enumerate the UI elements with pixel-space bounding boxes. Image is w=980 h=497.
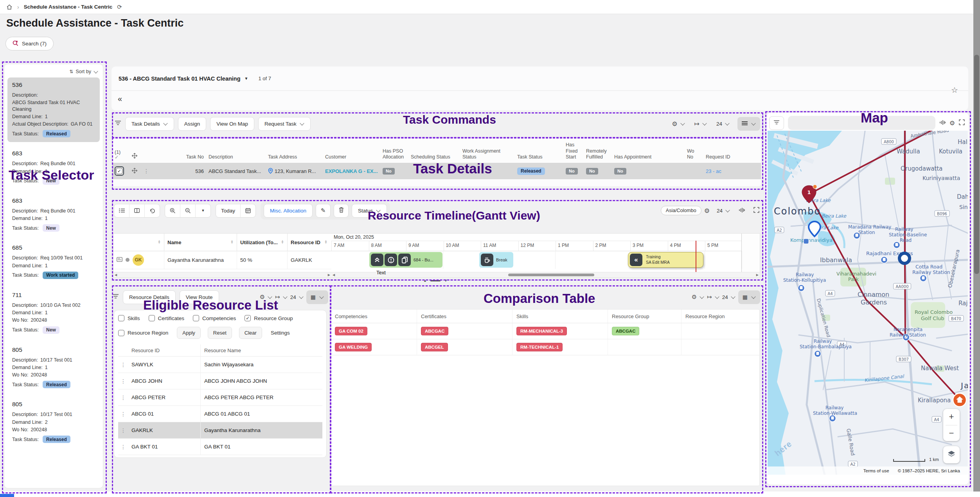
columns-icon[interactable] [129,204,145,217]
resource-details-button[interactable]: Resource Details [123,290,176,304]
comparison-header-resource-region[interactable]: Resource Region [682,310,760,323]
zoom-preset-caret-icon[interactable]: ▼ [196,204,210,217]
gear-caret-icon[interactable] [680,121,685,125]
reset-button[interactable]: Reset [208,327,232,339]
collapse-button[interactable]: « [118,95,122,103]
map-canvas[interactable]: A800B096A2AA000A4B470A4B307A2A4 ColomboW… [768,131,968,475]
view-toggle-button[interactable] [737,117,760,131]
export-icon[interactable]: ↦ [275,294,280,301]
gear-caret-icon[interactable] [699,294,704,299]
resource-page-size-caret-icon[interactable] [299,294,303,299]
status-dropdown[interactable]: Status [352,204,387,218]
customer-link[interactable]: EXPOLANKA G - EX... [325,168,378,174]
task-card[interactable]: 805Description:10/17 Test 001Demand Line… [7,342,100,393]
row-menu-icon[interactable]: ⋮ [144,168,149,174]
clear-button[interactable]: Clear [239,327,262,339]
gantt-page-size[interactable]: 24 [717,208,723,214]
comparison-row[interactable]: GA WELDINGABCGELRM-TECHNICAL-1 [331,339,759,355]
gear-icon[interactable]: ⚙ [704,207,710,214]
comparison-header-certificates[interactable]: Certificates [417,310,512,323]
filter-icon[interactable] [115,120,121,127]
apply-button[interactable]: Apply [177,327,201,339]
checkbox-unchecked[interactable] [149,315,155,321]
header-work-assignment-status[interactable]: Work Assignment Status [460,148,515,160]
header-customer[interactable]: Customer [323,154,380,160]
row-drag-handle[interactable]: ⋮ [118,394,128,401]
rowlist-icon[interactable] [114,204,129,217]
task-card[interactable]: 805Description:10/17 Test 001Demand Line… [7,397,100,448]
refresh-icon[interactable]: ⟳ [117,4,122,11]
checkbox-unchecked[interactable] [193,315,199,321]
grid-view-toggle[interactable]: ▦ [738,290,760,304]
comparison-header-competencies[interactable]: Competencies [331,310,417,323]
assign-button[interactable]: Assign [178,117,207,131]
row-drag-handle[interactable] [129,168,141,175]
export-icon[interactable]: ↦ [707,294,712,301]
row-drag-handle[interactable]: ⋮ [118,411,128,417]
resource-row[interactable]: ⋮SAWYLKSachin Wijayasekara [118,357,322,373]
terms-link[interactable]: Terms of use [863,468,889,473]
splitter-down-icon[interactable]: ▼ [444,279,448,283]
resource-row[interactable]: ⋮ABCG 01ABCG 01 ABCG 01 [118,406,322,422]
task-details-button[interactable]: Task Details [125,117,174,131]
comparison-row[interactable]: GA COM 02ABCGACRM-MECHANICAL-3ABCGAC [331,323,759,339]
resource-name-header[interactable]: Resource Name [201,348,241,353]
header-has-pso[interactable]: Has PSO Allocation [380,148,408,160]
comparison-header-skills[interactable]: Skills [512,310,608,323]
resource-row[interactable]: ⋮ABCG PETERABCG PETER ABCG PETER [118,389,322,406]
row-drag-handle[interactable]: ⋮ [118,444,128,450]
zoom-in-icon[interactable] [165,204,180,217]
dropdown-caret-icon[interactable]: ▼ [245,76,248,81]
header-has-appointment[interactable]: Has Appointment [612,154,685,160]
map-filter-button[interactable] [769,116,784,130]
gantt-col-icons[interactable]: ▲▼ [113,234,164,251]
header-remotely-fulfilled[interactable]: Remotely Fulfilled [584,148,612,160]
gantt-col-resource-id[interactable]: Resource ID▲▼ [288,234,331,251]
view-route-button[interactable]: View Route [180,290,219,304]
comparison-page-size-caret-icon[interactable] [731,294,735,299]
resource-row[interactable]: ⋮ABCG JOHNABCG JOHN ABCG JOHN [118,373,322,389]
checkbox-unchecked[interactable] [118,315,124,321]
task-card[interactable]: 711Description:10/10 GA Test 002Demand L… [7,288,100,339]
header-description[interactable]: Description [206,154,266,160]
header-scheduling-status[interactable]: Scheduling Status [408,154,460,160]
edit-button[interactable]: ✎ [316,204,331,218]
gantt-event-yellow[interactable]: «TrainingSA Edit MRA [628,252,703,268]
export-icon[interactable]: ↦ [694,120,699,128]
export-caret-icon[interactable] [702,121,707,125]
histogram-icon[interactable] [939,119,946,126]
settings-link[interactable]: Settings [271,330,290,336]
row-drag-handle[interactable]: ⋮ [118,378,128,384]
map-search-slab[interactable] [788,116,935,130]
header-has-fixed-start[interactable]: Has Fixed Start [563,142,584,160]
gear-caret-icon[interactable] [268,294,272,299]
comparison-header-resource-group[interactable]: Resource Group [608,310,682,323]
task-card[interactable]: 683Description:Req Bundle 001Demand Line… [7,146,100,189]
gear-icon[interactable]: ⚙ [949,119,955,127]
task-card[interactable]: 683Description:Req Bundle 001Demand Line… [7,193,100,237]
row-drag-handle[interactable]: ⋮ [118,362,128,368]
sort-by-label[interactable]: Sort by [76,69,91,74]
export-caret-icon[interactable] [715,294,719,299]
row-checkbox[interactable]: ✓ [115,166,124,176]
gantt-col-utilization[interactable]: Utilization (To...▲▼ [237,234,288,251]
request-task-button[interactable]: Request Task [258,117,311,131]
row-drag-handle[interactable]: ⋮ [118,427,128,434]
resource-row[interactable]: ⋮GA BKT 01GA BKT 01 [118,439,322,455]
breadcrumb[interactable]: Schedule Assistance - Task Centric [24,4,113,10]
gantt-left-scrollbar[interactable]: ◀▶ [113,272,331,277]
gear-icon[interactable]: ⚙ [692,294,697,301]
checkbox-unchecked[interactable] [118,330,124,336]
gantt-col-name[interactable]: Name▲▼ [164,234,237,251]
window-scrollbar[interactable] [973,0,980,497]
page-size-caret-icon[interactable] [725,121,729,125]
fullscreen-icon[interactable] [753,207,759,214]
gear-icon[interactable]: ⚙ [672,120,677,128]
panel-splitter[interactable]: ▲ ▼ [423,279,448,283]
request-id-link[interactable]: 23 - ac [706,168,721,174]
drag-column-icon[interactable] [129,153,141,160]
task-dropdown[interactable]: 536 - ABCG Standard Task 01 HVAC Cleanin… [119,76,241,82]
header-task-address[interactable]: Task Address [266,154,323,160]
export-caret-icon[interactable] [283,294,287,299]
sort-icon[interactable]: ⇅ [69,69,73,74]
